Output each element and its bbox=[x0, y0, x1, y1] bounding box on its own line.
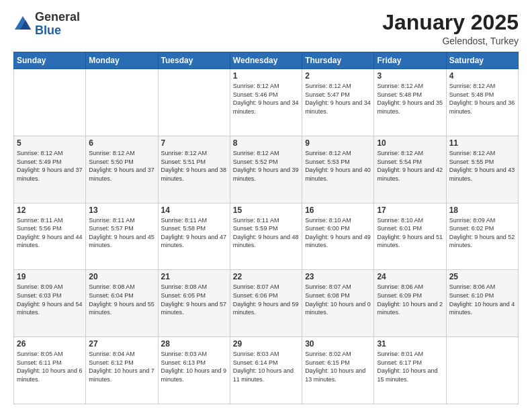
cell-info: Sunrise: 8:01 AMSunset: 6:17 PMDaylight:… bbox=[377, 351, 437, 383]
weekday-header: Sunday bbox=[14, 52, 86, 69]
logo: General Blue bbox=[13, 11, 80, 38]
day-number: 21 bbox=[161, 272, 227, 281]
day-number: 12 bbox=[17, 205, 83, 215]
calendar-cell: 22 Sunrise: 8:07 AMSunset: 6:06 PMDaylig… bbox=[230, 270, 302, 337]
calendar-cell: 24 Sunrise: 8:06 AMSunset: 6:09 PMDaylig… bbox=[374, 270, 446, 337]
day-number: 7 bbox=[161, 138, 227, 148]
cell-info: Sunrise: 8:12 AMSunset: 5:46 PMDaylight:… bbox=[233, 83, 299, 115]
title-block: January 2025 Gelendost, Turkey bbox=[382, 11, 519, 46]
calendar-cell bbox=[86, 69, 158, 136]
day-number: 9 bbox=[305, 138, 371, 148]
cell-info: Sunrise: 8:02 AMSunset: 6:15 PMDaylight:… bbox=[305, 351, 365, 383]
cell-info: Sunrise: 8:12 AMSunset: 5:48 PMDaylight:… bbox=[449, 83, 515, 115]
day-number: 28 bbox=[161, 339, 227, 349]
day-number: 22 bbox=[233, 272, 299, 281]
day-number: 3 bbox=[377, 71, 443, 81]
day-number: 11 bbox=[449, 138, 515, 148]
calendar-cell: 28 Sunrise: 8:03 AMSunset: 6:13 PMDaylig… bbox=[158, 337, 230, 404]
cell-info: Sunrise: 8:11 AMSunset: 5:59 PMDaylight:… bbox=[233, 217, 299, 249]
cell-info: Sunrise: 8:06 AMSunset: 6:09 PMDaylight:… bbox=[377, 283, 443, 316]
cell-info: Sunrise: 8:08 AMSunset: 6:05 PMDaylight:… bbox=[161, 283, 227, 316]
cell-info: Sunrise: 8:10 AMSunset: 6:00 PMDaylight:… bbox=[305, 217, 371, 249]
calendar-cell: 20 Sunrise: 8:08 AMSunset: 6:04 PMDaylig… bbox=[86, 270, 158, 337]
calendar-cell: 1 Sunrise: 8:12 AMSunset: 5:46 PMDayligh… bbox=[230, 69, 302, 136]
day-number: 23 bbox=[305, 272, 371, 281]
cell-info: Sunrise: 8:11 AMSunset: 5:57 PMDaylight:… bbox=[89, 217, 154, 249]
logo-line1: General bbox=[35, 11, 80, 24]
day-number: 4 bbox=[449, 71, 515, 81]
month-title: January 2025 bbox=[382, 11, 519, 34]
calendar-cell: 30 Sunrise: 8:02 AMSunset: 6:15 PMDaylig… bbox=[302, 337, 374, 404]
weekday-header: Saturday bbox=[446, 52, 518, 69]
calendar-cell: 3 Sunrise: 8:12 AMSunset: 5:48 PMDayligh… bbox=[374, 69, 446, 136]
calendar-cell: 23 Sunrise: 8:07 AMSunset: 6:08 PMDaylig… bbox=[302, 270, 374, 337]
cell-info: Sunrise: 8:04 AMSunset: 6:12 PMDaylight:… bbox=[89, 351, 154, 383]
cell-info: Sunrise: 8:11 AMSunset: 5:58 PMDaylight:… bbox=[161, 217, 227, 249]
calendar-cell: 26 Sunrise: 8:05 AMSunset: 6:11 PMDaylig… bbox=[14, 337, 86, 404]
day-number: 24 bbox=[377, 272, 443, 281]
weekday-header: Monday bbox=[86, 52, 158, 69]
cell-info: Sunrise: 8:03 AMSunset: 6:13 PMDaylight:… bbox=[161, 351, 227, 383]
calendar-cell: 13 Sunrise: 8:11 AMSunset: 5:57 PMDaylig… bbox=[86, 203, 158, 270]
cell-info: Sunrise: 8:11 AMSunset: 5:56 PMDaylight:… bbox=[17, 217, 83, 249]
calendar-cell: 25 Sunrise: 8:06 AMSunset: 6:10 PMDaylig… bbox=[446, 270, 518, 337]
day-number: 30 bbox=[305, 339, 371, 349]
day-number: 31 bbox=[377, 339, 443, 349]
weekday-header: Friday bbox=[374, 52, 446, 69]
day-number: 8 bbox=[233, 138, 299, 148]
cell-info: Sunrise: 8:07 AMSunset: 6:06 PMDaylight:… bbox=[233, 283, 299, 316]
calendar-cell: 11 Sunrise: 8:12 AMSunset: 5:55 PMDaylig… bbox=[446, 136, 518, 203]
calendar-cell: 19 Sunrise: 8:09 AMSunset: 6:03 PMDaylig… bbox=[14, 270, 86, 337]
cell-info: Sunrise: 8:12 AMSunset: 5:50 PMDaylight:… bbox=[89, 150, 154, 182]
cell-info: Sunrise: 8:08 AMSunset: 6:04 PMDaylight:… bbox=[89, 283, 154, 316]
day-number: 5 bbox=[17, 138, 83, 148]
day-number: 27 bbox=[89, 339, 154, 349]
weekday-header: Tuesday bbox=[158, 52, 230, 69]
cell-info: Sunrise: 8:12 AMSunset: 5:51 PMDaylight:… bbox=[161, 150, 227, 182]
calendar-cell: 9 Sunrise: 8:12 AMSunset: 5:53 PMDayligh… bbox=[302, 136, 374, 203]
cell-info: Sunrise: 8:09 AMSunset: 6:03 PMDaylight:… bbox=[17, 283, 83, 316]
logo-line2: Blue bbox=[35, 24, 80, 38]
day-number: 14 bbox=[161, 205, 227, 215]
weekday-header: Wednesday bbox=[230, 52, 302, 69]
weekday-header: Thursday bbox=[302, 52, 374, 69]
day-number: 13 bbox=[89, 205, 154, 215]
day-number: 1 bbox=[233, 71, 299, 81]
day-number: 15 bbox=[233, 205, 299, 215]
cell-info: Sunrise: 8:12 AMSunset: 5:55 PMDaylight:… bbox=[449, 150, 515, 182]
calendar-cell: 21 Sunrise: 8:08 AMSunset: 6:05 PMDaylig… bbox=[158, 270, 230, 337]
location-subtitle: Gelendost, Turkey bbox=[382, 36, 519, 46]
calendar-cell: 8 Sunrise: 8:12 AMSunset: 5:52 PMDayligh… bbox=[230, 136, 302, 203]
calendar-table: SundayMondayTuesdayWednesdayThursdayFrid… bbox=[13, 52, 519, 404]
calendar-cell: 12 Sunrise: 8:11 AMSunset: 5:56 PMDaylig… bbox=[14, 203, 86, 270]
day-number: 20 bbox=[89, 272, 154, 281]
cell-info: Sunrise: 8:12 AMSunset: 5:49 PMDaylight:… bbox=[17, 150, 83, 182]
calendar-cell: 27 Sunrise: 8:04 AMSunset: 6:12 PMDaylig… bbox=[86, 337, 158, 404]
calendar-cell bbox=[446, 337, 518, 404]
calendar-cell bbox=[158, 69, 230, 136]
day-number: 29 bbox=[233, 339, 299, 349]
day-number: 25 bbox=[449, 272, 515, 281]
calendar-cell: 17 Sunrise: 8:10 AMSunset: 6:01 PMDaylig… bbox=[374, 203, 446, 270]
cell-info: Sunrise: 8:12 AMSunset: 5:53 PMDaylight:… bbox=[305, 150, 371, 182]
cell-info: Sunrise: 8:03 AMSunset: 6:14 PMDaylight:… bbox=[233, 351, 294, 383]
calendar-cell bbox=[14, 69, 86, 136]
logo-text: General Blue bbox=[35, 11, 80, 38]
calendar-cell: 7 Sunrise: 8:12 AMSunset: 5:51 PMDayligh… bbox=[158, 136, 230, 203]
day-number: 10 bbox=[377, 138, 443, 148]
calendar-cell: 2 Sunrise: 8:12 AMSunset: 5:47 PMDayligh… bbox=[302, 69, 374, 136]
calendar-cell: 29 Sunrise: 8:03 AMSunset: 6:14 PMDaylig… bbox=[230, 337, 302, 404]
logo-icon bbox=[13, 15, 32, 34]
calendar-cell: 6 Sunrise: 8:12 AMSunset: 5:50 PMDayligh… bbox=[86, 136, 158, 203]
cell-info: Sunrise: 8:09 AMSunset: 6:02 PMDaylight:… bbox=[449, 217, 515, 249]
cell-info: Sunrise: 8:12 AMSunset: 5:54 PMDaylight:… bbox=[377, 150, 443, 182]
day-number: 2 bbox=[305, 71, 371, 81]
day-number: 26 bbox=[17, 339, 83, 349]
cell-info: Sunrise: 8:12 AMSunset: 5:52 PMDaylight:… bbox=[233, 150, 299, 182]
calendar-cell: 16 Sunrise: 8:10 AMSunset: 6:00 PMDaylig… bbox=[302, 203, 374, 270]
page: General Blue January 2025 Gelendost, Tur… bbox=[0, 0, 532, 411]
cell-info: Sunrise: 8:12 AMSunset: 5:47 PMDaylight:… bbox=[305, 83, 371, 115]
calendar-cell: 31 Sunrise: 8:01 AMSunset: 6:17 PMDaylig… bbox=[374, 337, 446, 404]
calendar-cell: 10 Sunrise: 8:12 AMSunset: 5:54 PMDaylig… bbox=[374, 136, 446, 203]
cell-info: Sunrise: 8:10 AMSunset: 6:01 PMDaylight:… bbox=[377, 217, 443, 249]
